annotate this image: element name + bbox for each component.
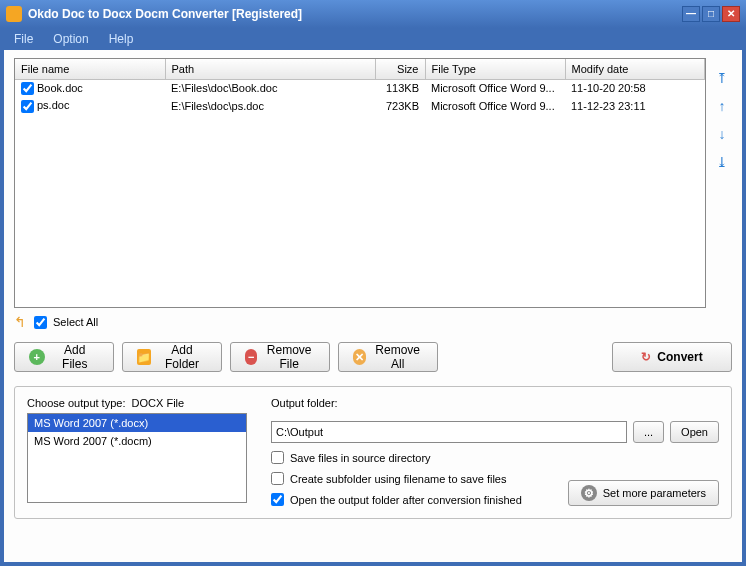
col-type[interactable]: File Type [425, 59, 565, 79]
output-folder-label: Output folder: [271, 397, 719, 409]
col-filename[interactable]: File name [15, 59, 165, 79]
move-up-icon[interactable]: ↑ [714, 98, 730, 114]
move-top-icon[interactable]: ⤒ [714, 70, 730, 86]
col-size[interactable]: Size [375, 59, 425, 79]
menu-file[interactable]: File [6, 30, 41, 48]
minimize-button[interactable]: — [682, 6, 700, 22]
convert-icon: ↻ [641, 350, 651, 364]
remove-all-icon: ✕ [353, 349, 366, 365]
save-source-checkbox[interactable]: Save files in source directory [271, 451, 556, 464]
add-icon: + [29, 349, 45, 365]
menubar: File Option Help [0, 28, 746, 50]
menu-option[interactable]: Option [45, 30, 96, 48]
remove-file-button[interactable]: −Remove File [230, 342, 330, 372]
col-date[interactable]: Modify date [565, 59, 705, 79]
convert-button[interactable]: ↻Convert [612, 342, 732, 372]
output-type-list[interactable]: MS Word 2007 (*.docx)MS Word 2007 (*.doc… [27, 413, 247, 503]
create-subfolder-checkbox[interactable]: Create subfolder using filename to save … [271, 472, 556, 485]
close-button[interactable]: ✕ [722, 6, 740, 22]
output-type-option[interactable]: MS Word 2007 (*.docm) [28, 432, 246, 450]
open-folder-button[interactable]: Open [670, 421, 719, 443]
folder-icon: 📁 [137, 349, 151, 365]
gear-icon: ⚙ [581, 485, 597, 501]
row-checkbox[interactable] [21, 82, 34, 95]
app-icon [6, 6, 22, 22]
set-more-parameters-button[interactable]: ⚙Set more parameters [568, 480, 719, 506]
add-files-button[interactable]: +Add Files [14, 342, 114, 372]
menu-help[interactable]: Help [101, 30, 142, 48]
window-controls: — □ ✕ [682, 6, 740, 22]
select-all-input[interactable] [34, 316, 47, 329]
col-path[interactable]: Path [165, 59, 375, 79]
maximize-button[interactable]: □ [702, 6, 720, 22]
select-all-checkbox[interactable]: Select All [34, 316, 98, 329]
output-type-option[interactable]: MS Word 2007 (*.docx) [28, 414, 246, 432]
move-bottom-icon[interactable]: ⤓ [714, 154, 730, 170]
reorder-arrows: ⤒ ↑ ↓ ⤓ [712, 58, 732, 308]
choose-type-label: Choose output type: DOCX File [27, 397, 247, 409]
browse-button[interactable]: ... [633, 421, 664, 443]
titlebar: Okdo Doc to Docx Docm Converter [Registe… [0, 0, 746, 28]
row-checkbox[interactable] [21, 100, 34, 113]
open-after-checkbox[interactable]: Open the output folder after conversion … [271, 493, 556, 506]
remove-icon: − [245, 349, 257, 365]
file-table[interactable]: File name Path Size File Type Modify dat… [14, 58, 706, 308]
remove-all-button[interactable]: ✕Remove All [338, 342, 438, 372]
output-panel: Choose output type: DOCX File MS Word 20… [14, 386, 732, 519]
output-folder-input[interactable] [271, 421, 627, 443]
content-area: File name Path Size File Type Modify dat… [4, 50, 742, 562]
select-all-label: Select All [53, 316, 98, 328]
folder-up-icon[interactable]: ↰ [14, 314, 26, 330]
table-row[interactable]: ps.docE:\Files\doc\ps.doc723KBMicrosoft … [15, 97, 705, 115]
table-row[interactable]: Book.docE:\Files\doc\Book.doc113KBMicros… [15, 79, 705, 97]
move-down-icon[interactable]: ↓ [714, 126, 730, 142]
window-title: Okdo Doc to Docx Docm Converter [Registe… [28, 7, 682, 21]
add-folder-button[interactable]: 📁Add Folder [122, 342, 222, 372]
